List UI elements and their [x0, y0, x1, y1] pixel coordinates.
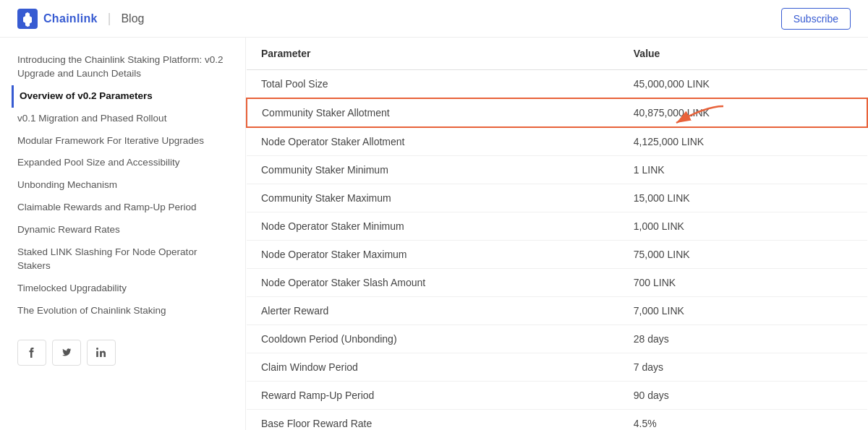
sidebar-item-timelocked[interactable]: Timelocked Upgradability: [17, 278, 228, 300]
sidebar-item-dynamic[interactable]: Dynamic Reward Rates: [17, 219, 228, 241]
param-name: Node Operator Staker Maximum: [247, 241, 619, 269]
param-name: Total Pool Size: [247, 70, 619, 99]
param-name: Node Operator Staker Allotment: [247, 127, 619, 156]
param-name: Community Staker Maximum: [247, 184, 619, 212]
param-name: Node Operator Staker Minimum: [247, 212, 619, 241]
table-row: Community Staker Allotment40,875,000 LIN…: [247, 98, 867, 127]
param-name: Cooldown Period (Unbonding): [247, 325, 619, 353]
sidebar-item-unbonding[interactable]: Unbonding Mechanism: [17, 174, 228, 197]
param-value: 40,875,000 LINK: [619, 98, 867, 127]
param-value: 7,000 LINK: [619, 297, 867, 325]
param-name: Community Staker Allotment: [247, 98, 619, 127]
param-value: 90 days: [619, 382, 867, 410]
social-links: [17, 334, 228, 366]
sidebar-item-slashing[interactable]: Staked LINK Slashing For Node Operator S…: [17, 241, 228, 278]
chainlink-logo[interactable]: Chainlink: [17, 9, 98, 29]
main-layout: Introducing the Chainlink Staking Platfo…: [0, 38, 868, 430]
sidebar-item-expanded[interactable]: Expanded Pool Size and Accessibility: [17, 152, 228, 174]
param-value: 1 LINK: [619, 156, 867, 184]
table-row: Node Operator Staker Minimum1,000 LINK: [247, 212, 867, 241]
blog-label: Blog: [121, 12, 144, 25]
table-row: Cooldown Period (Unbonding)28 days: [247, 325, 867, 353]
sidebar-item-modular[interactable]: Modular Framework For Iterative Upgrades: [17, 130, 228, 152]
param-value: 4,125,000 LINK: [619, 127, 867, 156]
sidebar: Introducing the Chainlink Staking Platfo…: [0, 38, 246, 430]
header: Chainlink | Blog Subscribe: [0, 0, 868, 38]
sidebar-item-migration[interactable]: v0.1 Migration and Phased Rollout: [17, 108, 228, 130]
twitter-button[interactable]: [52, 340, 81, 366]
param-value: 28 days: [619, 325, 867, 353]
table-row: Alerter Reward7,000 LINK: [247, 297, 867, 325]
facebook-button[interactable]: [17, 340, 46, 366]
parameters-table: Parameter Value Total Pool Size45,000,00…: [246, 38, 868, 430]
param-value: 4.5%: [619, 410, 867, 431]
table-row: Node Operator Staker Slash Amount700 LIN…: [247, 269, 867, 297]
subscribe-button[interactable]: Subscribe: [781, 8, 851, 30]
facebook-icon: [27, 348, 37, 358]
sidebar-item-claimable[interactable]: Claimable Rewards and Ramp-Up Period: [17, 197, 228, 219]
col-parameter: Parameter: [247, 38, 619, 70]
param-name: Reward Ramp-Up Period: [247, 382, 619, 410]
param-name: Base Floor Reward Rate: [247, 410, 619, 431]
param-name: Claim Window Period: [247, 353, 619, 382]
param-value: 75,000 LINK: [619, 241, 867, 269]
table-row: Node Operator Staker Allotment4,125,000 …: [247, 127, 867, 156]
param-value: 45,000,000 LINK: [619, 70, 867, 99]
table-row: Total Pool Size45,000,000 LINK: [247, 70, 867, 99]
table-row: Community Staker Maximum15,000 LINK: [247, 184, 867, 212]
sidebar-item-evolution[interactable]: The Evolution of Chainlink Staking: [17, 300, 228, 322]
table-row: Base Floor Reward Rate4.5%: [247, 410, 867, 431]
col-value: Value: [619, 38, 867, 70]
table-row: Community Staker Minimum1 LINK: [247, 156, 867, 184]
param-name: Alerter Reward: [247, 297, 619, 325]
param-value: 7 days: [619, 353, 867, 382]
twitter-icon: [61, 348, 72, 358]
logo-separator: |: [108, 11, 111, 26]
param-value: 1,000 LINK: [619, 212, 867, 241]
table-row: Node Operator Staker Maximum75,000 LINK: [247, 241, 867, 269]
table-row: Reward Ramp-Up Period90 days: [247, 382, 867, 410]
linkedin-button[interactable]: [87, 340, 116, 366]
param-value: 700 LINK: [619, 269, 867, 297]
table-row: Claim Window Period7 days: [247, 353, 867, 382]
content-area: Parameter Value Total Pool Size45,000,00…: [246, 38, 868, 430]
sidebar-item-intro[interactable]: Introducing the Chainlink Staking Platfo…: [17, 49, 228, 85]
logo-text: Chainlink: [43, 12, 98, 25]
param-name: Node Operator Staker Slash Amount: [247, 269, 619, 297]
sidebar-item-overview[interactable]: Overview of v0.2 Parameters: [12, 85, 228, 108]
param-value: 15,000 LINK: [619, 184, 867, 212]
param-name: Community Staker Minimum: [247, 156, 619, 184]
linkedin-icon: [96, 348, 106, 358]
chainlink-icon: [17, 9, 38, 29]
header-left: Chainlink | Blog: [17, 9, 144, 29]
